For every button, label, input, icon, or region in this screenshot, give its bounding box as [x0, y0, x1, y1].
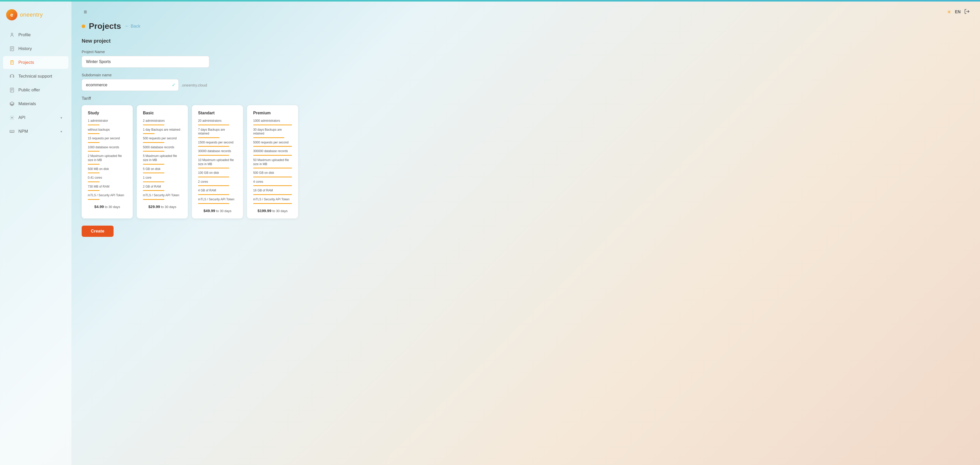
tariff-price: $4.99 to 30 days [88, 204, 127, 209]
subdomain-row: ✓ .oneentry.cloud [82, 79, 970, 91]
subdomain-input[interactable] [82, 79, 179, 91]
svg-point-14 [11, 117, 13, 118]
feature-bar [253, 168, 292, 169]
document-icon [9, 87, 15, 93]
tariff-card-standart[interactable]: Standart 20 administrators 7 days Backup… [192, 105, 243, 218]
feature-bar [143, 151, 164, 151]
tariff-feature: 5 Maximum uploaded file size in MB [143, 154, 182, 162]
tariff-label: Tariff [82, 96, 970, 101]
page-dot [82, 24, 85, 28]
tariff-feature: 1500 requests per second [198, 141, 237, 145]
feature-bar [143, 199, 164, 200]
tariff-feature: mTLS / Security API Token [88, 193, 127, 197]
project-name-input[interactable] [82, 56, 209, 68]
tariff-feature: 2 administrators [143, 119, 182, 123]
tariff-feature: 100 GB on disk [198, 171, 237, 175]
clipboard-icon [9, 60, 15, 65]
feature-bar [198, 194, 229, 195]
feature-bar [253, 177, 292, 177]
feature-bar [88, 133, 100, 134]
check-icon: ✓ [172, 82, 176, 88]
main-content: ≡ ☀ EN Projects ← Back New project [72, 2, 980, 465]
tariff-cards: Study 1 administrator without backups 15… [82, 105, 970, 218]
feature-bar [143, 172, 164, 173]
feature-bar [198, 124, 229, 125]
project-name-label: Project Name [82, 49, 970, 54]
sidebar-item-label: Technical support [18, 74, 52, 79]
sidebar-item-projects[interactable]: Projects [3, 56, 68, 69]
feature-bar [198, 177, 229, 177]
tariff-feature: 1000 database records [88, 145, 127, 150]
feature-bar [143, 164, 164, 165]
svg-text:npm: npm [10, 131, 13, 132]
section-title: New project [82, 38, 970, 44]
sidebar-item-label: Materials [18, 101, 36, 107]
sidebar-item-api[interactable]: API ▾ [3, 111, 68, 124]
feature-bar [143, 124, 164, 125]
sidebar-item-label: Public offer [18, 88, 40, 92]
tariff-card-study[interactable]: Study 1 administrator without backups 15… [82, 105, 133, 218]
tariff-feature: mTLS / Security API Token [143, 193, 182, 197]
tariff-price: $199.99 to 30 days [253, 209, 292, 213]
back-link[interactable]: ← Back [124, 24, 140, 29]
chevron-down-icon: ▾ [60, 116, 62, 120]
sidebar-item-npm[interactable]: npm NPM ▾ [3, 125, 68, 138]
feature-bar [143, 182, 164, 182]
logout-button[interactable] [964, 9, 970, 16]
feature-bar [253, 194, 292, 195]
logo-icon: e [6, 9, 18, 21]
feature-bar [143, 133, 155, 134]
tariff-feature: 0.41 cores [88, 176, 127, 180]
back-label: Back [130, 24, 140, 29]
npm-icon: npm [9, 129, 15, 134]
feature-bar [88, 124, 100, 125]
tariff-feature: 300000 database records [253, 149, 292, 153]
tariff-feature: 2 GB of RAM [143, 185, 182, 189]
tariff-feature: 2 cores [198, 180, 237, 184]
tariff-card-premium[interactable]: Premium 1000 administrators 30 days Back… [247, 105, 298, 218]
layers-icon [9, 101, 15, 107]
tariff-card-basic[interactable]: Basic 2 administrators 1 day Backups are… [137, 105, 188, 218]
tariff-feature: 15 requests per second [88, 137, 127, 141]
sidebar-item-materials[interactable]: Materials [3, 97, 68, 110]
feature-bar [88, 164, 100, 165]
tariff-feature: 1 administrator [88, 119, 127, 123]
tariff-feature: 30 days Backups are retained [253, 128, 292, 136]
sidebar-item-public-offer[interactable]: Public offer [3, 84, 68, 97]
feature-bar [253, 137, 284, 138]
subdomain-input-wrap: ✓ [82, 79, 179, 91]
language-button[interactable]: EN [955, 10, 961, 14]
receipt-icon [9, 46, 15, 51]
tariff-feature: 500 MB on disk [88, 167, 127, 171]
sidebar-item-technical-support[interactable]: Technical support [3, 70, 68, 83]
logo-text: oneentry [20, 11, 43, 18]
hamburger-button[interactable]: ≡ [82, 8, 89, 16]
feature-bar [253, 146, 292, 147]
tariff-feature: 30000 database records [198, 149, 237, 153]
feature-bar [198, 185, 229, 186]
svg-rect-9 [10, 88, 14, 92]
subdomain-group: Subdomain name ✓ .oneentry.cloud [82, 73, 970, 91]
tariff-name: Study [88, 111, 127, 115]
page-title: Projects [89, 21, 121, 31]
feature-bar [88, 182, 100, 182]
tariff-feature: 5 GB on disk [143, 167, 182, 171]
tariff-feature: 16 GB of RAM [253, 189, 292, 193]
tariff-feature: 10 Maximum uploaded file size in MB [198, 158, 237, 166]
tariff-feature: 4 GB of RAM [198, 189, 237, 193]
feature-bar [253, 155, 292, 156]
sidebar-item-history[interactable]: History [3, 42, 68, 55]
sidebar-item-label: API [18, 115, 25, 120]
sidebar-item-profile[interactable]: Profile [3, 29, 68, 41]
feature-bar [88, 172, 100, 173]
feature-bar [253, 185, 292, 186]
tariff-feature: 1000 administrators [253, 119, 292, 123]
tariff-feature: 2 Maximum uploaded file size in MB [88, 154, 127, 162]
tariff-feature: mTLS / Security API Token [253, 197, 292, 202]
tariff-name: Premium [253, 111, 292, 115]
project-name-group: Project Name [82, 49, 970, 68]
headset-icon [9, 73, 15, 79]
tariff-feature: 1 day Backups are retained [143, 128, 182, 132]
create-button[interactable]: Create [82, 226, 114, 237]
tariff-feature: 4 cores [253, 180, 292, 184]
